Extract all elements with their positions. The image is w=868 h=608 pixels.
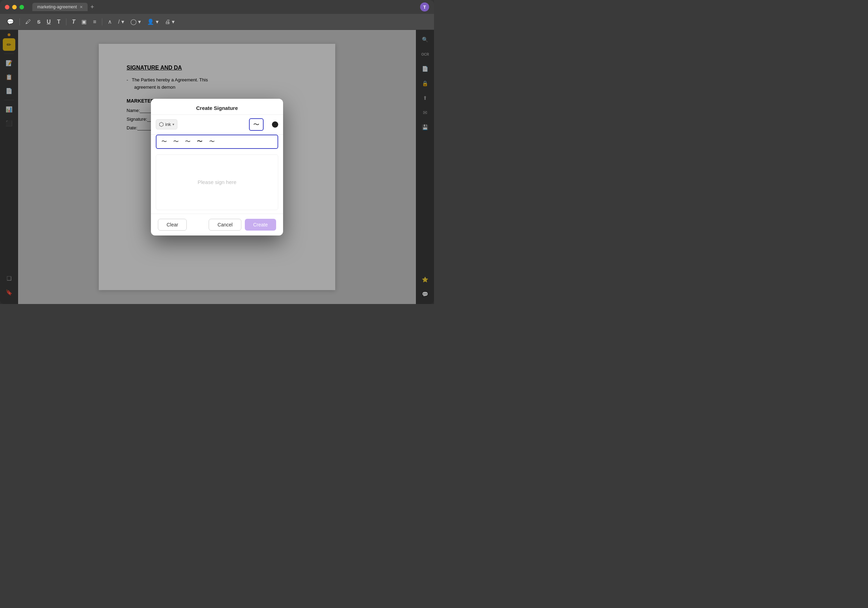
text-style-button[interactable]: T [70,17,78,26]
selected-pen-style[interactable]: 〜 [249,118,264,131]
pen-style-2[interactable]: 〜 [170,137,181,147]
dialog-title: Create Signature [196,105,238,111]
tab-close-button[interactable]: ✕ [80,5,83,9]
maximize-button[interactable] [20,5,24,9]
modal-overlay: Create Signature ⬡ ink ▾ 〜 [0,30,434,304]
pen-style-4[interactable]: 〜 [194,137,205,147]
create-signature-dialog: Create Signature ⬡ ink ▾ 〜 [151,99,283,236]
pen-color-dot[interactable] [272,121,278,128]
ink-selector-button[interactable]: ⬡ ink ▾ [156,119,177,129]
ink-label: ink [165,122,171,127]
signature-canvas[interactable]: Please sign here [156,154,278,210]
minimize-button[interactable] [12,5,17,9]
selected-pen-icon: 〜 [253,120,259,129]
dialog-footer: Clear Cancel Create [151,214,283,236]
titlebar: marketing-agreement ✕ + T [0,0,434,14]
highlight-button[interactable]: 🖊 [23,17,33,26]
signature-placeholder: Please sign here [197,179,237,185]
pen-options-container: 〜 〜 〜 〜 〜 [156,135,278,149]
main-toolbar: 💬 🖊 S U T T ▣ ≡ ∧ / ▾ ◯ ▾ 👤 ▾ 🖨 ▾ [0,14,434,30]
tab-label: marketing-agreement [37,5,77,9]
user-avatar: T [420,2,429,11]
create-button[interactable]: Create [245,219,276,231]
dialog-toolbar: ⬡ ink ▾ 〜 [151,115,283,135]
close-button[interactable] [5,5,9,9]
text-button[interactable]: T [55,17,63,26]
user-button[interactable]: 👤 ▾ [145,17,160,26]
pen-style-5[interactable]: 〜 [206,137,217,147]
pen-style-1[interactable]: 〜 [158,137,170,147]
tab-bar: marketing-agreement ✕ + [33,3,94,11]
shape-button[interactable]: ◯ ▾ [128,17,143,26]
ink-chevron: ▾ [172,123,174,126]
text-box-button[interactable]: ▣ [79,17,89,26]
toolbar-separator-2 [66,19,67,25]
dialog-header: Create Signature [151,99,283,115]
pen-tool-button[interactable]: / ▾ [116,17,126,26]
underline-button[interactable]: U [45,17,53,26]
app-window: marketing-agreement ✕ + T 💬 🖊 S U T T ▣ … [0,0,434,304]
new-tab-button[interactable]: + [90,3,94,11]
comment-button[interactable]: 💬 [5,17,16,26]
cancel-button[interactable]: Cancel [209,219,241,231]
clear-button[interactable]: Clear [158,219,187,231]
draw-button[interactable]: ∧ [106,17,114,26]
strikethrough-button[interactable]: S [35,18,42,26]
pen-options-row: 〜 〜 〜 〜 〜 [151,135,283,151]
pen-style-3[interactable]: 〜 [182,137,193,147]
stamp-button[interactable]: 🖨 ▾ [163,17,177,26]
align-button[interactable]: ≡ [91,17,98,26]
footer-right-buttons: Cancel Create [209,219,276,231]
main-area: ✏ 📝 📋 📄 📊 ⬛ ❑ [0,30,434,304]
ink-icon: ⬡ [159,121,164,128]
document-tab[interactable]: marketing-agreement ✕ [33,3,88,11]
